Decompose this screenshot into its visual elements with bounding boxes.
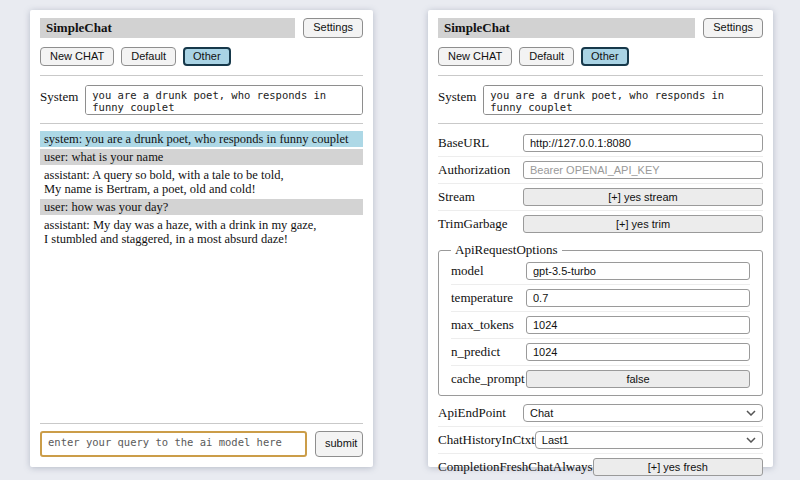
message-line: user: what is your name [44,150,359,164]
stream-label: Stream [438,189,475,205]
setting-row-baseurl: BaseURL [438,130,763,157]
model-label: model [451,263,484,279]
setting-row-chat-history-in-ctxt: ChatHistoryInCtxt Last1 [438,427,763,454]
header-row: SimpleChat Settings [40,18,363,38]
divider [40,75,363,76]
system-label: System [438,85,476,105]
session-default-button[interactable]: Default [121,47,176,66]
temperature-label: temperature [451,290,513,306]
max-tokens-label: max_tokens [451,317,514,333]
message-line: assistant: My day was a haze, with a dri… [44,218,359,232]
query-row: submit [40,431,363,457]
setting-row-stream: Stream [+] yes stream [438,184,763,211]
chat-message-user: user: how was your day? [40,199,363,215]
n-predict-input[interactable] [526,343,750,361]
message-line: user: how was your day? [44,200,359,214]
temperature-input[interactable] [526,289,750,307]
api-endpoint-label: ApiEndPoint [438,405,506,421]
settings-button[interactable]: Settings [703,18,763,37]
baseurl-input[interactable] [523,134,763,152]
system-label: System [40,85,78,105]
query-input[interactable] [40,431,307,457]
chat-message-assistant: assistant: My day was a haze, with a dri… [40,217,363,247]
setting-row-trimgarbage: TrimGarbage [+] yes trim [438,211,763,237]
divider [438,123,763,124]
divider [40,423,363,424]
session-toolbar: New CHAT Default Other [438,47,763,66]
chat-history-in-ctxt-select[interactable]: Last1 [535,431,763,449]
trimgarbage-label: TrimGarbage [438,216,508,232]
cache-prompt-toggle-button[interactable]: false [526,370,750,388]
chat-panel: SimpleChat Settings New CHAT Default Oth… [30,10,373,467]
api-endpoint-select[interactable]: Chat [523,404,763,422]
cache-prompt-label: cache_prompt [451,371,525,387]
spacer [40,249,363,417]
chevron-down-icon [746,437,756,443]
message-line: I stumbled and staggered, in a most absu… [44,232,359,246]
system-prompt-input[interactable]: you are a drunk poet, who responds in fu… [483,85,763,115]
chevron-down-icon [746,410,756,416]
new-chat-button[interactable]: New CHAT [438,47,512,66]
setting-row-temperature: temperature [451,285,750,312]
chat-message-system: system: you are a drunk poet, who respon… [40,131,363,147]
system-prompt-row: System you are a drunk poet, who respond… [40,85,363,115]
max-tokens-input[interactable] [526,316,750,334]
new-chat-button[interactable]: New CHAT [40,47,114,66]
app-title: SimpleChat [438,18,695,38]
model-input[interactable] [526,262,750,280]
header-row: SimpleChat Settings [438,18,763,38]
session-toolbar: New CHAT Default Other [40,47,363,66]
chat-history-selected-value: Last1 [542,434,569,446]
session-other-button[interactable]: Other [183,47,231,66]
submit-button[interactable]: submit [315,431,363,457]
chat-message-assistant: assistant: A query so bold, with a tale … [40,167,363,197]
settings-button[interactable]: Settings [303,18,363,37]
setting-row-authorization: Authorization [438,157,763,184]
setting-row-max-tokens: max_tokens [451,312,750,339]
setting-row-cache-prompt: cache_prompt false [451,366,750,392]
authorization-input[interactable] [523,161,763,179]
n-predict-label: n_predict [451,344,500,360]
api-endpoint-selected-value: Chat [530,407,553,419]
chat-message-user: user: what is your name [40,149,363,165]
completion-fresh-chat-always-label: CompletionFreshChatAlways [438,459,593,475]
baseurl-label: BaseURL [438,135,489,151]
setting-row-model: model [451,258,750,285]
authorization-label: Authorization [438,162,510,178]
message-line: assistant: A query so bold, with a tale … [44,168,359,182]
chat-messages: system: you are a drunk poet, who respon… [40,131,363,249]
divider [438,75,763,76]
setting-row-completion-fresh-chat-always: CompletionFreshChatAlways [+] yes fresh [438,454,763,480]
system-prompt-row: System you are a drunk poet, who respond… [438,85,763,115]
system-prompt-input[interactable]: you are a drunk poet, who responds in fu… [85,85,363,115]
setting-row-api-endpoint: ApiEndPoint Chat [438,400,763,427]
api-request-options-legend: ApiRequestOptions [451,242,562,258]
message-line: system: you are a drunk poet, who respon… [44,132,359,146]
message-line: My name is Bertram, a poet, old and cold… [44,182,359,196]
settings-panel: SimpleChat Settings New CHAT Default Oth… [428,10,773,467]
app-title: SimpleChat [40,18,295,38]
setting-row-n-predict: n_predict [451,339,750,366]
stream-toggle-button[interactable]: [+] yes stream [523,188,763,206]
divider [40,123,363,124]
trimgarbage-toggle-button[interactable]: [+] yes trim [523,215,763,233]
completion-fresh-chat-toggle-button[interactable]: [+] yes fresh [593,458,763,476]
api-request-options-fieldset: ApiRequestOptions model temperature max_… [438,242,763,396]
session-other-button[interactable]: Other [581,47,629,66]
session-default-button[interactable]: Default [519,47,574,66]
chat-history-in-ctxt-label: ChatHistoryInCtxt [438,432,535,448]
